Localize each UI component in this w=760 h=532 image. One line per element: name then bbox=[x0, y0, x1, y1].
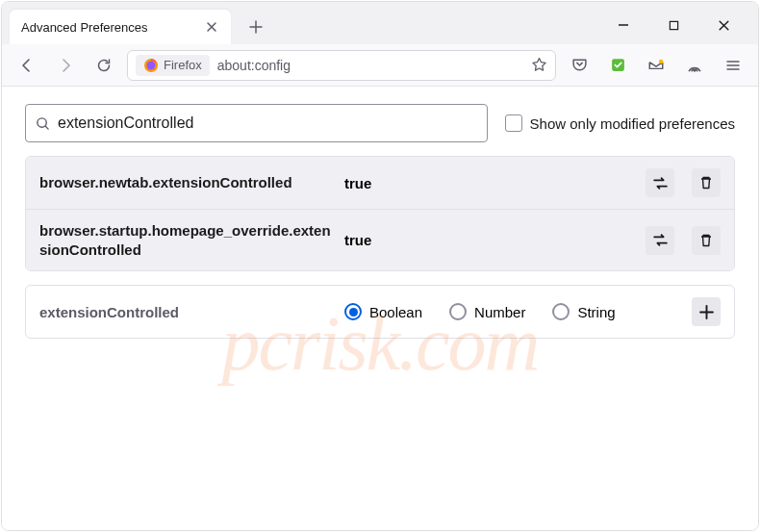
bookmark-star-icon[interactable] bbox=[531, 57, 547, 73]
new-pref-row: extensionControlled Boolean Number Strin… bbox=[25, 285, 735, 339]
search-row: Show only modified preferences bbox=[25, 104, 735, 142]
address-bar[interactable]: Firefox about:config bbox=[127, 50, 556, 81]
identity-label: Firefox bbox=[164, 58, 202, 72]
account-icon[interactable] bbox=[641, 50, 671, 81]
radio-icon bbox=[449, 303, 467, 320]
close-tab-icon[interactable] bbox=[204, 19, 219, 35]
radio-string[interactable]: String bbox=[552, 303, 615, 320]
svg-point-4 bbox=[659, 59, 664, 63]
extension-icon[interactable] bbox=[602, 50, 633, 81]
toggle-button[interactable] bbox=[646, 226, 674, 255]
config-content: pcrisk.com Show only modified preference… bbox=[2, 87, 758, 530]
menu-icon[interactable] bbox=[718, 50, 748, 81]
svg-point-2 bbox=[147, 61, 156, 69]
new-pref-name: extensionControlled bbox=[39, 304, 333, 320]
toggle-button[interactable] bbox=[646, 168, 674, 197]
add-pref-button[interactable] bbox=[692, 297, 721, 326]
pref-actions bbox=[646, 226, 721, 255]
pref-name: browser.startup.homepage_override.extens… bbox=[39, 221, 333, 259]
pref-table: browser.newtab.extensionControlled true … bbox=[25, 156, 735, 271]
radio-number[interactable]: Number bbox=[449, 303, 525, 320]
radio-icon bbox=[552, 303, 570, 320]
radio-icon bbox=[344, 303, 362, 320]
modified-only-option[interactable]: Show only modified preferences bbox=[505, 114, 735, 132]
tab-title: Advanced Preferences bbox=[21, 20, 194, 35]
pref-row: browser.startup.homepage_override.extens… bbox=[26, 210, 734, 270]
delete-button[interactable] bbox=[692, 168, 721, 197]
checkbox-label: Show only modified preferences bbox=[530, 115, 735, 132]
minimize-button[interactable] bbox=[612, 13, 635, 37]
firefox-icon bbox=[143, 58, 159, 73]
type-radio-group: Boolean Number String bbox=[344, 303, 680, 320]
new-tab-button[interactable] bbox=[241, 12, 271, 42]
radio-label: Number bbox=[474, 304, 525, 320]
pref-actions bbox=[646, 168, 721, 197]
radio-label: Boolean bbox=[369, 304, 422, 320]
window-controls bbox=[612, 13, 750, 44]
tab-bar: Advanced Preferences bbox=[2, 2, 758, 44]
maximize-button[interactable] bbox=[662, 13, 685, 37]
pref-value: true bbox=[344, 175, 634, 191]
radio-boolean[interactable]: Boolean bbox=[344, 303, 422, 320]
pref-row: browser.newtab.extensionControlled true bbox=[26, 157, 734, 210]
radio-label: String bbox=[577, 304, 615, 320]
browser-window: Advanced Preferences bbox=[1, 1, 759, 531]
extensions-icon[interactable] bbox=[679, 50, 710, 81]
identity-box[interactable]: Firefox bbox=[136, 55, 210, 76]
search-input[interactable] bbox=[58, 114, 477, 132]
svg-point-5 bbox=[694, 69, 696, 71]
delete-button[interactable] bbox=[692, 226, 721, 255]
nav-toolbar: Firefox about:config bbox=[2, 44, 758, 87]
close-window-button[interactable] bbox=[712, 13, 735, 37]
url-text: about:config bbox=[217, 58, 523, 73]
browser-tab[interactable]: Advanced Preferences bbox=[10, 10, 231, 44]
back-button[interactable] bbox=[12, 50, 42, 81]
checkbox-icon[interactable] bbox=[505, 114, 522, 132]
pocket-icon[interactable] bbox=[564, 50, 595, 81]
forward-button[interactable] bbox=[50, 50, 81, 81]
pref-name: browser.newtab.extensionControlled bbox=[39, 173, 333, 192]
search-icon bbox=[36, 116, 50, 131]
pref-value: true bbox=[344, 232, 634, 248]
svg-rect-0 bbox=[670, 21, 677, 29]
search-box[interactable] bbox=[25, 104, 488, 142]
reload-button[interactable] bbox=[89, 50, 119, 81]
